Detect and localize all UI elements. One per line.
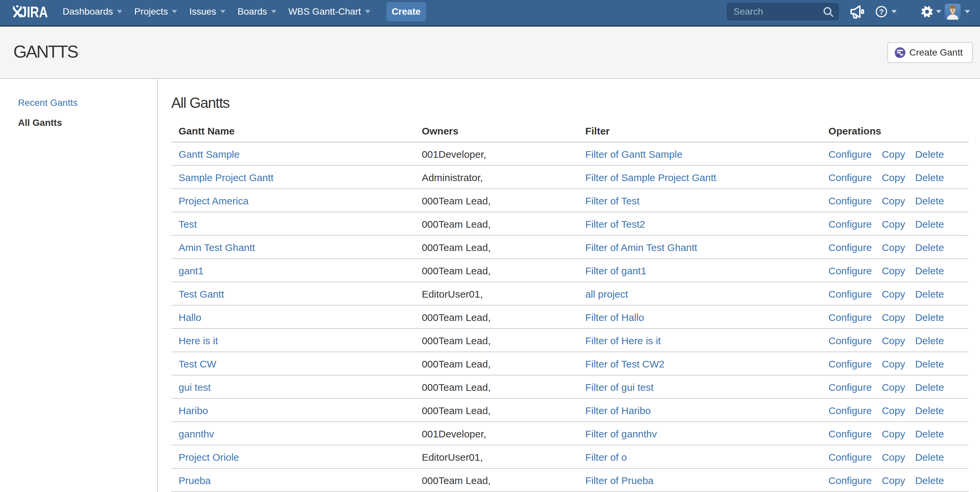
configure-link[interactable]: Configure [829, 452, 872, 463]
user-menu[interactable] [945, 4, 970, 20]
delete-link[interactable]: Delete [915, 242, 944, 253]
delete-link[interactable]: Delete [915, 359, 944, 370]
copy-link[interactable]: Copy [882, 312, 905, 323]
configure-link[interactable]: Configure [829, 405, 872, 416]
filter-link[interactable]: Filter of gannthv [585, 429, 657, 440]
copy-link[interactable]: Copy [882, 195, 905, 206]
delete-link[interactable]: Delete [915, 289, 944, 300]
delete-link[interactable]: Delete [915, 312, 944, 323]
configure-link[interactable]: Configure [829, 359, 872, 370]
configure-link[interactable]: Configure [829, 382, 872, 393]
filter-link[interactable]: Filter of Hallo [585, 312, 644, 323]
column-header-operations: Operations [821, 120, 969, 142]
gantts-table: Gantt Name Owners Filter Operations Gant… [171, 120, 969, 492]
copy-link[interactable]: Copy [882, 335, 905, 346]
copy-link[interactable]: Copy [882, 149, 905, 160]
delete-link[interactable]: Delete [915, 219, 944, 230]
configure-link[interactable]: Configure [829, 219, 872, 230]
filter-link[interactable]: Filter of Test [585, 195, 640, 206]
gantt-name-link[interactable]: gui test [178, 382, 211, 393]
operations-cell: ConfigureCopyDelete [821, 375, 969, 398]
filter-link[interactable]: Filter of gui test [585, 382, 654, 393]
copy-link[interactable]: Copy [882, 265, 905, 276]
copy-link[interactable]: Copy [882, 429, 905, 440]
copy-link[interactable]: Copy [882, 219, 905, 230]
filter-link[interactable]: Filter of Prueba [585, 475, 654, 486]
delete-link[interactable]: Delete [915, 475, 944, 486]
create-gantt-button[interactable]: Create Gantt [888, 42, 973, 63]
copy-link[interactable]: Copy [882, 475, 905, 486]
filter-link[interactable]: all project [585, 289, 628, 300]
configure-link[interactable]: Configure [829, 149, 872, 160]
configure-link[interactable]: Configure [829, 312, 872, 323]
nav-item-dashboards[interactable]: Dashboards [57, 6, 128, 17]
announcements-button[interactable] [849, 3, 866, 20]
settings-menu[interactable] [921, 5, 941, 18]
configure-link[interactable]: Configure [829, 172, 872, 183]
configure-link[interactable]: Configure [829, 195, 872, 206]
filter-link[interactable]: Filter of Gantt Sample [585, 149, 682, 160]
delete-link[interactable]: Delete [915, 265, 944, 276]
copy-link[interactable]: Copy [882, 172, 905, 183]
gantt-name-link[interactable]: Project America [178, 195, 248, 206]
nav-item-projects[interactable]: Projects [128, 6, 183, 17]
gantt-name-link[interactable]: Test CW [178, 359, 216, 370]
gantt-name-link[interactable]: Test Gantt [178, 289, 224, 300]
filter-cell: Filter of Amin Test Ghantt [578, 235, 821, 259]
megaphone-icon [849, 3, 866, 20]
gantt-name-link[interactable]: Prueba [178, 475, 211, 486]
gantt-name-link[interactable]: Here is it [178, 335, 218, 346]
gantt-name-link[interactable]: gannthv [178, 429, 214, 440]
configure-link[interactable]: Configure [829, 429, 872, 440]
filter-link[interactable]: Filter of o [585, 452, 627, 463]
filter-link[interactable]: Filter of Here is it [585, 335, 661, 346]
gantt-name-link[interactable]: Test [178, 219, 197, 230]
nav-item-boards[interactable]: Boards [232, 6, 283, 17]
nav-item-issues[interactable]: Issues [183, 6, 232, 17]
copy-link[interactable]: Copy [882, 452, 905, 463]
filter-link[interactable]: Filter of Amin Test Ghantt [585, 242, 697, 253]
filter-link[interactable]: Filter of Haribo [585, 405, 651, 416]
delete-link[interactable]: Delete [915, 452, 944, 463]
gantt-name-link[interactable]: Haribo [178, 405, 208, 416]
delete-link[interactable]: Delete [915, 149, 944, 160]
delete-link[interactable]: Delete [915, 429, 944, 440]
create-button[interactable]: Create [387, 2, 426, 21]
svg-text:?: ? [879, 8, 884, 16]
delete-link[interactable]: Delete [915, 335, 944, 346]
copy-link[interactable]: Copy [882, 382, 905, 393]
help-menu[interactable]: ? [875, 6, 897, 17]
gantt-name-cell: Gantt Sample [171, 142, 414, 165]
gantt-name-link[interactable]: Amin Test Ghantt [178, 242, 255, 253]
filter-cell: all project [578, 282, 821, 305]
gantt-name-link[interactable]: gant1 [178, 265, 204, 276]
filter-link[interactable]: Filter of Test CW2 [585, 359, 665, 370]
copy-link[interactable]: Copy [882, 242, 905, 253]
nav-item-wbs-gantt-chart[interactable]: WBS Gantt-Chart [283, 6, 376, 17]
copy-link[interactable]: Copy [882, 405, 905, 416]
delete-link[interactable]: Delete [915, 405, 944, 416]
gantt-name-link[interactable]: Sample Project Gantt [178, 172, 274, 183]
configure-link[interactable]: Configure [829, 242, 872, 253]
owners-cell: 001Developer, [414, 142, 578, 165]
filter-link[interactable]: Filter of Sample Project Gantt [585, 172, 716, 183]
gantt-name-link[interactable]: Gantt Sample [178, 149, 240, 160]
configure-link[interactable]: Configure [829, 475, 872, 486]
jira-logo[interactable]: JIRA [12, 3, 47, 21]
configure-link[interactable]: Configure [829, 335, 872, 346]
operations-cell: ConfigureCopyDelete [821, 422, 969, 445]
delete-link[interactable]: Delete [915, 172, 944, 183]
gantt-name-link[interactable]: Project Oriole [178, 452, 239, 463]
copy-link[interactable]: Copy [882, 289, 905, 300]
configure-link[interactable]: Configure [829, 265, 872, 276]
filter-link[interactable]: Filter of Test2 [585, 219, 645, 230]
copy-link[interactable]: Copy [882, 359, 905, 370]
gantt-name-link[interactable]: Hallo [178, 312, 201, 323]
sidebar-item-recent-gantts[interactable]: Recent Gantts [0, 93, 157, 113]
chevron-down-icon [365, 10, 371, 13]
delete-link[interactable]: Delete [915, 195, 944, 206]
configure-link[interactable]: Configure [829, 289, 872, 300]
delete-link[interactable]: Delete [915, 382, 944, 393]
table-row: Sample Project GanttAdministrator,Filter… [171, 165, 969, 189]
filter-link[interactable]: Filter of gant1 [585, 265, 646, 276]
